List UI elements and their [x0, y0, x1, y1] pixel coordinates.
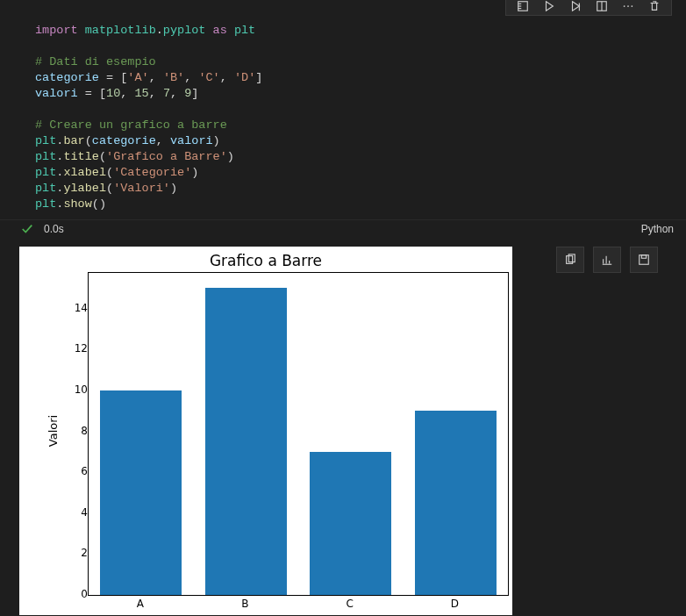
copy-icon	[564, 254, 576, 266]
cell-toolbar	[0, 0, 686, 16]
chart-output: Grafico a Barre Valori 02468101214ABCD	[19, 247, 512, 615]
run-line-icon[interactable]	[517, 0, 529, 12]
more-icon[interactable]	[622, 0, 634, 12]
change-mimetype-button[interactable]	[593, 247, 621, 273]
chart-bar	[205, 288, 287, 595]
chart-mime-icon	[601, 254, 613, 266]
cell-status-bar: 0.0s Python	[0, 219, 686, 238]
save-output-button[interactable]	[630, 247, 658, 273]
copy-output-button[interactable]	[556, 247, 584, 273]
run-icon[interactable]	[543, 0, 555, 12]
xtick-label: B	[241, 598, 248, 610]
code-editor[interactable]: import matplotlib.pyplot as plt # Dati d…	[0, 16, 686, 219]
ytick-label: 6	[65, 465, 88, 477]
split-icon[interactable]	[596, 0, 608, 12]
save-output-icon	[638, 254, 650, 266]
ytick-label: 0	[65, 588, 88, 600]
execution-time: 0.0s	[44, 223, 64, 235]
ytick-label: 2	[65, 547, 88, 559]
svg-point-2	[624, 5, 625, 7]
delete-icon[interactable]	[648, 0, 661, 12]
cell-toolbar-group	[505, 0, 672, 16]
chart-title: Grafico a Barre	[19, 252, 512, 269]
svg-rect-8	[641, 255, 646, 259]
code-cell: import matplotlib.pyplot as plt # Dati d…	[0, 0, 686, 238]
chart-bar	[310, 452, 391, 595]
xtick-label: D	[451, 598, 459, 610]
xtick-label: A	[137, 598, 144, 610]
cell-language[interactable]: Python	[641, 223, 674, 235]
svg-point-3	[627, 5, 629, 7]
chart-plot-area	[88, 272, 509, 596]
ytick-label: 14	[65, 302, 88, 314]
chart-ylabel: Valori	[46, 415, 60, 447]
svg-point-4	[632, 5, 633, 7]
ytick-label: 10	[65, 383, 88, 396]
ytick-label: 12	[65, 342, 88, 355]
output-area: Grafico a Barre Valori 02468101214ABCD	[0, 238, 686, 615]
svg-rect-7	[640, 255, 649, 265]
xtick-label: C	[347, 598, 354, 610]
success-check-icon	[21, 223, 33, 235]
ytick-label: 4	[65, 506, 88, 519]
chart-bar	[415, 411, 497, 595]
chart-bar	[100, 390, 182, 595]
output-toolbar	[556, 247, 658, 273]
ytick-label: 8	[65, 425, 88, 437]
run-below-icon[interactable]	[569, 0, 582, 12]
